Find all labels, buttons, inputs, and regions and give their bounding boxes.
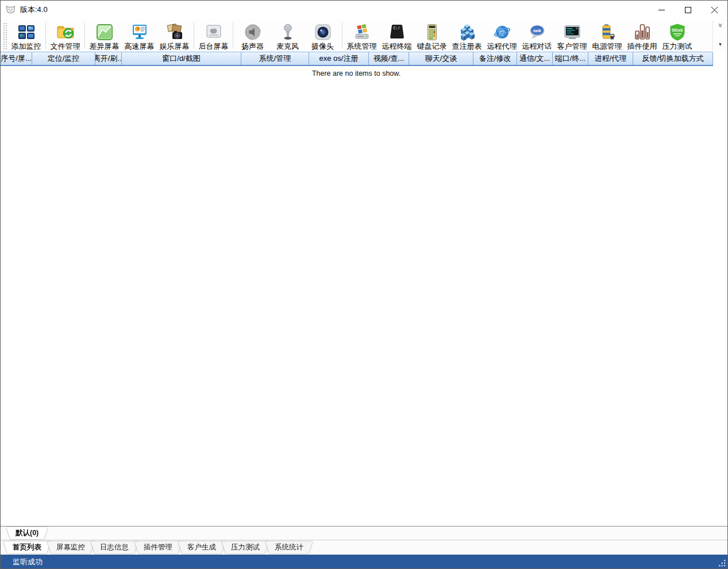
- toolbar-button-label: 麦克风: [276, 42, 299, 51]
- column-header-cell[interactable]: 聊天/交谈: [409, 52, 473, 65]
- column-header-cell[interactable]: 备注/修改: [473, 52, 517, 65]
- main-toolbar: 添加监控 文件管理 差异屏幕: [1, 19, 727, 52]
- keylogger-button[interactable]: 键盘记录: [414, 21, 449, 51]
- tab-stress-test[interactable]: 压力测试: [222, 541, 269, 553]
- toolbar-button-label: 远程对话: [522, 42, 552, 51]
- client-management-icon: [563, 23, 581, 41]
- plugin-usage-button[interactable]: 插件使用: [625, 21, 660, 51]
- file-manager-icon: [56, 23, 75, 41]
- toolbar-button-label: 远程终端: [382, 42, 412, 51]
- tab-log-info[interactable]: 日志信息: [91, 541, 138, 553]
- entertainment-screen-icon: [165, 23, 184, 41]
- status-message: 监听成功: [1, 557, 43, 567]
- keylogger-icon: [423, 23, 441, 41]
- toolbar-button-label: 键盘记录: [417, 42, 447, 51]
- add-monitor-icon: [17, 23, 36, 41]
- tab-system-stats[interactable]: 系统统计: [265, 541, 313, 553]
- group-tab-strip: 默认(0): [1, 526, 727, 540]
- tab-client-generate[interactable]: 客户生成: [178, 541, 225, 553]
- minimize-button[interactable]: [648, 1, 675, 19]
- column-header-row: 序号/屏... 定位/监控 离开/刷... 窗口/d/截图 系统/管理 exe …: [1, 52, 727, 66]
- toolbar-button-label: 文件管理: [51, 42, 80, 51]
- toolbar-separator: [194, 22, 194, 49]
- svg-text:C:/: C:/: [393, 26, 400, 30]
- toolbar-button-label: 高速屏幕: [125, 42, 155, 51]
- remote-talk-button[interactable]: talk 远程对话: [519, 21, 554, 51]
- svg-text:talk: talk: [533, 28, 541, 33]
- toolbar-separator: [342, 22, 342, 49]
- toolbar-separator: [233, 22, 233, 49]
- toolbar-button-label: 查注册表: [452, 42, 482, 51]
- app-window: 版本:4.0 添加监控: [0, 0, 728, 569]
- column-header: 序号/屏... 定位/监控 离开/刷... 窗口/d/截图 系统/管理 exe …: [1, 52, 713, 66]
- app-logo-icon: [6, 5, 16, 15]
- diff-screen-button[interactable]: 差异屏幕: [87, 21, 122, 51]
- system-management-icon: [353, 23, 371, 41]
- toolbar-button-label: 摄像头: [311, 42, 334, 51]
- highspeed-screen-icon: [130, 23, 149, 41]
- column-header-cell[interactable]: 系统/管理: [241, 52, 309, 65]
- toolbar-grip[interactable]: [2, 22, 7, 49]
- webcam-button[interactable]: 摄像头: [305, 21, 340, 51]
- toolbar-button-label: 压力测试: [662, 42, 692, 51]
- microphone-icon: [279, 23, 297, 41]
- column-header-cell[interactable]: 进程/代理: [588, 52, 633, 65]
- maximize-button[interactable]: [675, 1, 701, 19]
- registry-button[interactable]: 查注册表: [449, 21, 484, 51]
- toolbar-button-label: 扬声器: [241, 42, 264, 51]
- status-bar: 监听成功: [1, 555, 727, 568]
- column-header-cell[interactable]: 视频/查...: [369, 52, 409, 65]
- toolbar-button-label: 系统管理: [347, 42, 377, 51]
- tab-plugin-manage[interactable]: 插件管理: [134, 541, 182, 553]
- column-header-cell[interactable]: 定位/监控: [32, 52, 95, 65]
- toolbar-button-label: 远程代理: [487, 42, 517, 51]
- svg-text:DDoS: DDoS: [672, 28, 683, 32]
- system-management-button[interactable]: 系统管理: [344, 21, 379, 51]
- toolbar-separator: [84, 22, 85, 49]
- toolbar-button-label: 娱乐屏幕: [160, 42, 190, 51]
- column-header-cell[interactable]: 序号/屏...: [1, 52, 32, 65]
- power-management-button[interactable]: 电源管理: [590, 21, 625, 51]
- add-monitor-button[interactable]: 添加监控: [9, 21, 44, 51]
- client-list-area[interactable]: There are no items to show.: [1, 66, 727, 526]
- column-header-cell[interactable]: 离开/刷...: [95, 52, 122, 65]
- close-button[interactable]: [701, 1, 727, 19]
- empty-list-message: There are no items to show.: [1, 69, 712, 78]
- page-tab-strip: 首页列表 屏幕监控 日志信息 插件管理 客户生成 压力测试 系统统计: [1, 540, 727, 555]
- background-screen-icon: [205, 23, 223, 41]
- client-management-button[interactable]: 客户管理: [554, 21, 590, 51]
- group-tab-default[interactable]: 默认(0): [6, 527, 48, 539]
- background-screen-button[interactable]: 后台屏幕: [196, 21, 231, 51]
- remote-proxy-button[interactable]: @ 远程代理: [484, 21, 519, 51]
- toolbar-overflow-expand-icon[interactable]: »: [717, 23, 723, 27]
- file-manager-button[interactable]: 文件管理: [48, 21, 83, 51]
- tab-screen-monitor[interactable]: 屏幕监控: [47, 541, 94, 553]
- remote-proxy-icon: @: [493, 23, 511, 41]
- stress-test-icon: DDoS: [668, 23, 687, 41]
- window-controls: [648, 1, 727, 19]
- entertainment-screen-button[interactable]: 娱乐屏幕: [157, 21, 192, 51]
- toolbar-button-label: 插件使用: [627, 42, 657, 51]
- toolbar-button-label: 后台屏幕: [199, 42, 229, 51]
- column-header-cell[interactable]: 反馈/切换加载方式: [633, 52, 713, 65]
- remote-talk-icon: talk: [528, 23, 546, 41]
- resize-grip-icon[interactable]: [718, 559, 726, 567]
- window-title: 版本:4.0: [20, 5, 48, 15]
- diff-screen-icon: [95, 23, 114, 41]
- toolbar-button-label: 添加监控: [11, 42, 41, 51]
- column-header-cell[interactable]: 窗口/d/截图: [122, 52, 241, 65]
- toolbar-overflow: » ▼: [712, 21, 727, 51]
- toolbar-overflow-dropdown-icon[interactable]: ▼: [718, 42, 723, 47]
- toolbar-button-label: 客户管理: [557, 42, 587, 51]
- stress-test-button[interactable]: DDoS 压力测试: [660, 21, 695, 51]
- column-header-cell[interactable]: exe os/注册: [309, 52, 369, 65]
- microphone-button[interactable]: 麦克风: [270, 21, 305, 51]
- column-header-cell[interactable]: 通信/文...: [517, 52, 553, 65]
- tab-home-list[interactable]: 首页列表: [3, 541, 51, 553]
- column-header-cell[interactable]: 端口/终...: [553, 52, 588, 65]
- remote-terminal-icon: C:/: [388, 23, 406, 41]
- speaker-button[interactable]: 扬声器: [235, 21, 270, 51]
- toolbar-separator: [45, 22, 46, 49]
- remote-terminal-button[interactable]: C:/ 远程终端: [379, 21, 414, 51]
- highspeed-screen-button[interactable]: 高速屏幕: [122, 21, 157, 51]
